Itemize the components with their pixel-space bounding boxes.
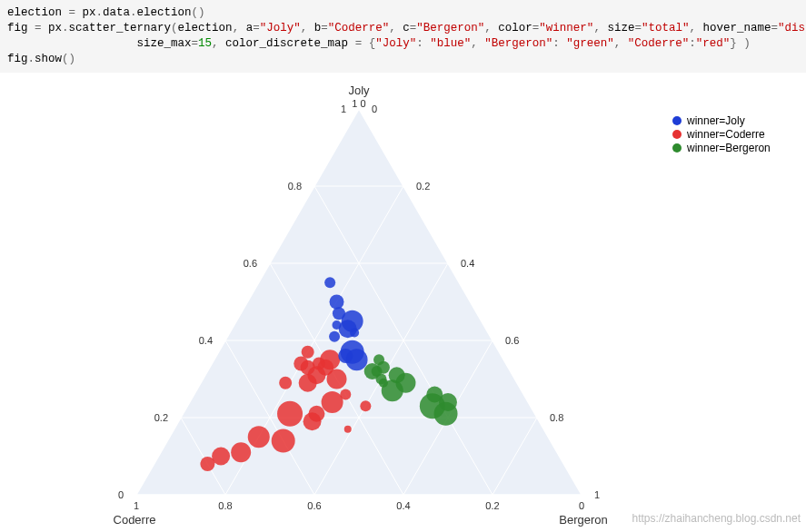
data-point[interactable] [338,349,353,363]
data-point[interactable] [302,346,314,359]
data-point[interactable] [322,391,343,413]
svg-text:0: 0 [579,500,584,511]
data-point[interactable] [277,401,303,427]
svg-text:0.6: 0.6 [244,258,257,269]
svg-text:0: 0 [372,103,377,114]
data-point[interactable] [200,457,214,471]
data-point[interactable] [333,307,345,320]
data-point[interactable] [439,393,457,411]
data-point[interactable] [329,331,340,342]
watermark: https://zhaihancheng.blog.csdn.net [632,512,801,525]
data-point[interactable] [330,295,344,310]
ternary-plot[interactable]: 00.20.40.60.8100.20.40.60.8110.80.60.40.… [0,73,806,527]
svg-text:0.2: 0.2 [485,500,499,511]
data-point[interactable] [308,406,324,422]
legend: winner=Joly winner=Coderre winner=Berger… [672,113,771,155]
data-point[interactable] [272,429,295,453]
svg-text:0.8: 0.8 [288,181,302,192]
data-point[interactable] [248,426,270,448]
svg-marker-0 [136,109,582,495]
data-point[interactable] [350,329,359,338]
data-point[interactable] [340,389,351,400]
svg-text:0.4: 0.4 [396,500,410,511]
svg-text:0.4: 0.4 [461,258,474,269]
svg-text:0.8: 0.8 [218,500,232,511]
svg-text:0.6: 0.6 [307,500,321,511]
svg-text:0.6: 0.6 [505,335,519,346]
data-point[interactable] [333,320,342,330]
data-point[interactable] [373,354,384,365]
data-point[interactable] [389,367,405,383]
data-point[interactable] [379,379,388,388]
svg-text:1: 1 [134,500,139,511]
legend-item-joly[interactable]: winner=Joly [672,114,771,127]
data-point[interactable] [344,426,352,433]
svg-text:0.4: 0.4 [199,335,213,346]
svg-text:Coderre: Coderre [114,513,156,527]
svg-text:0.8: 0.8 [550,412,563,423]
svg-text:0.2: 0.2 [416,181,430,192]
svg-text:0.2: 0.2 [154,412,168,423]
legend-item-bergeron[interactable]: winner=Bergeron [672,142,771,154]
data-point[interactable] [307,366,325,384]
data-point[interactable] [360,400,371,411]
data-point[interactable] [231,442,251,462]
legend-item-coderre[interactable]: winner=Coderre [672,128,771,141]
svg-text:Joly: Joly [348,84,370,97]
data-point[interactable] [324,277,335,288]
svg-text:Bergeron: Bergeron [559,513,607,527]
svg-text:0: 0 [118,489,124,500]
svg-text:1: 1 [341,103,346,114]
svg-text:1 0: 1 0 [352,98,365,109]
code-block: election = px.data.election() fig = px.s… [0,0,806,73]
svg-text:1: 1 [594,489,600,500]
data-point[interactable] [279,377,292,389]
